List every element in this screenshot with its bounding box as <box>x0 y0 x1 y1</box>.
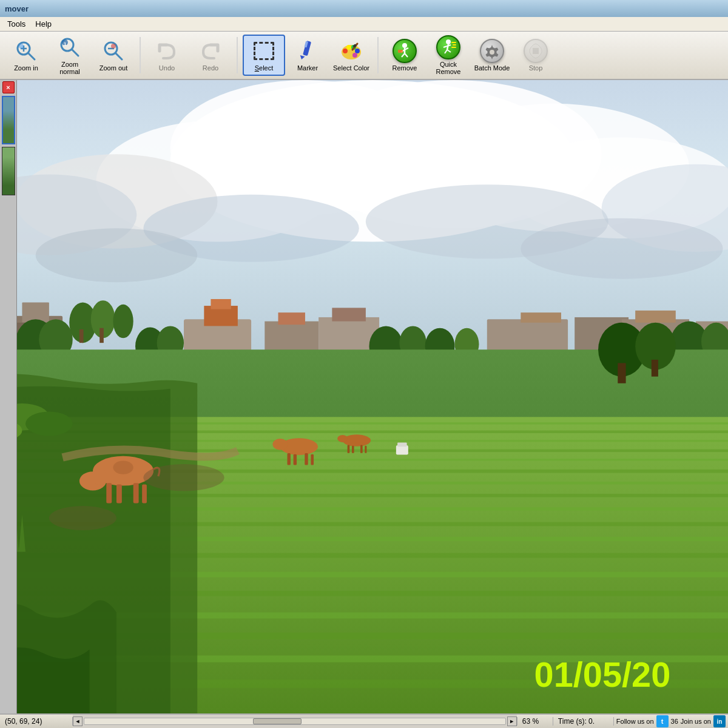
svg-rect-64 <box>99 328 104 343</box>
zoom-value: 63 % <box>522 717 539 726</box>
time-value: Time (s): 0. <box>558 717 595 726</box>
svg-line-1 <box>29 53 35 59</box>
menu-bar: Tools Help <box>0 17 728 32</box>
svg-point-12 <box>111 44 116 49</box>
status-zoom: 63 % <box>517 717 553 726</box>
undo-icon <box>155 39 179 63</box>
toolbar-separator-3 <box>377 37 379 73</box>
toolbar-separator-1 <box>140 37 141 73</box>
svg-line-10 <box>116 53 122 59</box>
main-area: × <box>0 80 728 713</box>
main-image: 01/05/20 <box>17 80 728 713</box>
quick-remove-button[interactable]: Quick Remove <box>427 35 470 76</box>
svg-point-125 <box>113 461 133 474</box>
select-color-icon <box>339 39 363 63</box>
horizontal-scrollbar[interactable]: ◄ ► <box>73 715 517 728</box>
svg-rect-139 <box>397 443 407 447</box>
svg-rect-136 <box>360 445 363 453</box>
undo-button[interactable]: Undo <box>146 35 188 76</box>
svg-rect-134 <box>348 445 350 453</box>
quick-remove-label: Quick Remove <box>430 61 467 75</box>
scroll-right-button[interactable]: ► <box>507 716 517 726</box>
svg-rect-128 <box>288 453 291 465</box>
svg-rect-71 <box>332 308 366 321</box>
svg-point-127 <box>272 439 288 450</box>
menu-help[interactable]: Help <box>30 18 56 30</box>
redo-button[interactable]: Redo <box>189 35 232 76</box>
svg-rect-131 <box>311 454 314 465</box>
zoom-in-label: Zoom in <box>14 64 38 72</box>
svg-rect-129 <box>294 454 297 465</box>
select-icon <box>252 39 276 63</box>
status-bar: (50, 69, 24) ◄ ► 63 % Time (s): 0. Follo… <box>0 713 728 728</box>
thumb-panel-close[interactable]: × <box>2 81 15 93</box>
zoom-in-icon <box>14 39 38 63</box>
zoom-normal-button[interactable]: 1 Zoom normal <box>49 35 91 76</box>
svg-point-145 <box>143 464 224 491</box>
thumbnail-item-1[interactable] <box>2 96 15 144</box>
svg-point-116 <box>25 411 73 436</box>
menu-tools[interactable]: Tools <box>2 18 30 30</box>
stop-button[interactable]: Stop <box>514 35 557 76</box>
zoom-out-button[interactable]: Zoom out <box>92 35 135 76</box>
linkedin-icon[interactable]: in <box>713 715 726 727</box>
zoom-out-icon <box>101 39 126 63</box>
quick-remove-icon <box>436 35 460 59</box>
svg-line-6 <box>72 50 78 56</box>
select-color-button[interactable]: Select Color <box>330 35 372 76</box>
svg-point-146 <box>49 506 116 530</box>
svg-point-4 <box>19 44 24 49</box>
stop-icon <box>524 39 548 63</box>
status-time: Time (s): 0. <box>553 717 614 726</box>
svg-rect-130 <box>305 453 308 465</box>
svg-rect-30 <box>398 50 403 53</box>
svg-rect-73 <box>521 312 561 323</box>
thumbnail-item-2[interactable] <box>2 147 15 195</box>
select-button[interactable]: Select <box>243 35 285 76</box>
batch-mode-icon <box>480 39 504 63</box>
batch-mode-label: Batch Mode <box>474 64 510 72</box>
svg-point-20 <box>355 49 360 53</box>
app-title: mover <box>5 4 29 13</box>
svg-marker-14 <box>299 55 305 60</box>
undo-label: Undo <box>159 64 175 72</box>
marker-button[interactable]: Marker <box>286 35 329 76</box>
svg-point-31 <box>446 39 451 44</box>
status-social: Follow us on t 36 Join us on in <box>614 715 728 727</box>
svg-rect-135 <box>352 446 354 453</box>
svg-rect-120 <box>95 470 105 484</box>
svg-point-24 <box>402 43 407 48</box>
image-canvas[interactable]: 01/05/20 <box>17 80 728 713</box>
title-bar: mover <box>0 0 728 17</box>
zoom-normal-label: Zoom normal <box>51 61 89 75</box>
join-count: 36 <box>671 718 678 725</box>
status-coords: (50, 69, 24) <box>0 717 73 726</box>
svg-rect-143 <box>652 360 658 377</box>
svg-point-21 <box>352 53 357 58</box>
redo-label: Redo <box>203 64 218 72</box>
svg-rect-122 <box>116 484 122 503</box>
svg-point-56 <box>521 218 723 279</box>
svg-rect-42 <box>533 48 539 54</box>
join-text: Join us on <box>681 718 711 725</box>
zoom-out-label: Zoom out <box>99 64 127 72</box>
coords-value: (50, 69, 24) <box>5 717 42 726</box>
svg-point-40 <box>490 50 494 55</box>
svg-rect-141 <box>618 363 625 383</box>
zoom-in-button[interactable]: Zoom in <box>5 35 47 76</box>
remove-button[interactable]: Remove <box>383 35 426 76</box>
svg-line-33 <box>443 46 447 47</box>
marker-icon <box>295 39 320 63</box>
svg-rect-124 <box>142 484 147 503</box>
redo-icon <box>198 39 223 63</box>
marker-label: Marker <box>297 64 318 72</box>
zoom-normal-icon: 1 <box>58 35 82 59</box>
svg-rect-137 <box>365 446 366 453</box>
twitter-icon[interactable]: t <box>656 715 669 727</box>
select-color-label: Select Color <box>333 64 369 72</box>
canvas-area: 01/05/20 <box>17 80 728 713</box>
follow-text: Follow us on <box>616 718 654 725</box>
svg-text:01/05/20: 01/05/20 <box>534 655 671 694</box>
batch-mode-button[interactable]: Batch Mode <box>471 35 513 76</box>
scroll-left-button[interactable]: ◄ <box>73 716 83 726</box>
